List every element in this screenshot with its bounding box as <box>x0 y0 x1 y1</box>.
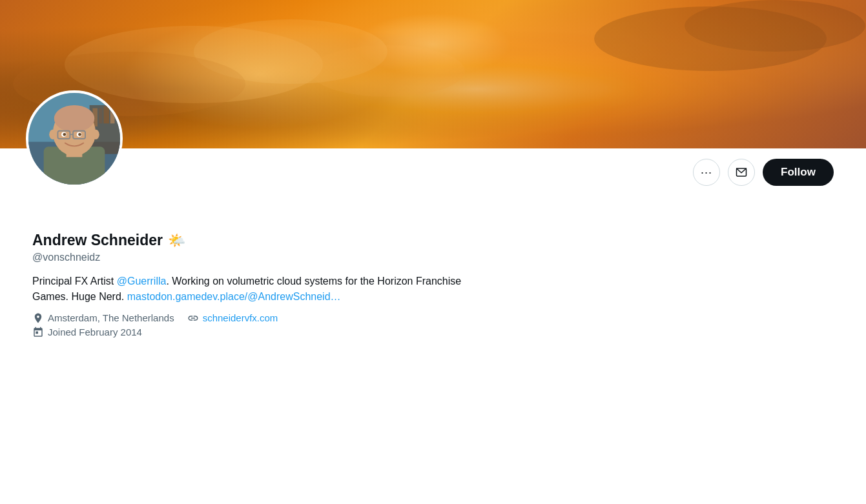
guerrilla-link[interactable]: @Guerrilla <box>117 276 167 287</box>
joined-item: Joined February 2014 <box>32 327 142 338</box>
meta-row-location-website: Amsterdam, The Netherlands schneidervfx.… <box>32 312 834 324</box>
avatar <box>26 90 123 187</box>
mastodon-link[interactable]: mastodon.gamedev.place/@AndrewSchneid… <box>127 291 341 302</box>
action-buttons: ··· Follow <box>26 148 840 186</box>
location-text: Amsterdam, The Netherlands <box>48 312 174 323</box>
follow-button[interactable]: Follow <box>763 159 834 186</box>
meta-info: Amsterdam, The Netherlands schneidervfx.… <box>32 312 834 338</box>
display-name: Andrew Schneider 🌤️ <box>32 231 834 250</box>
profile-info: Andrew Schneider 🌤️ @vonschneidz Princip… <box>26 231 840 338</box>
svg-point-26 <box>49 130 56 139</box>
name-emoji: 🌤️ <box>168 232 185 250</box>
website-link[interactable]: schneidervfx.com <box>203 312 278 323</box>
bio-text-before: Principal FX Artist <box>32 276 117 287</box>
message-button[interactable] <box>728 159 755 186</box>
avatar-image <box>28 93 120 185</box>
svg-point-25 <box>78 133 81 136</box>
svg-rect-13 <box>103 106 109 124</box>
calendar-icon <box>32 327 44 338</box>
profile-section: ··· Follow Andrew Schneider 🌤️ @vonschne… <box>0 148 866 351</box>
svg-point-5 <box>310 45 465 97</box>
meta-row-joined: Joined February 2014 <box>32 327 834 338</box>
profile-banner <box>0 0 866 148</box>
link-icon <box>187 312 199 324</box>
svg-point-7 <box>685 0 865 52</box>
location-icon <box>32 312 44 324</box>
website-item: schneidervfx.com <box>187 312 278 324</box>
username: @vonschneidz <box>32 252 834 263</box>
svg-point-24 <box>63 133 66 136</box>
svg-rect-12 <box>99 108 103 124</box>
display-name-text: Andrew Schneider <box>32 231 163 250</box>
banner-art <box>0 0 866 148</box>
svg-rect-14 <box>110 109 115 124</box>
message-icon <box>736 166 747 178</box>
svg-point-27 <box>92 130 99 139</box>
more-options-button[interactable]: ··· <box>693 159 720 186</box>
follow-button-label: Follow <box>781 166 816 179</box>
more-dots-icon: ··· <box>701 166 712 179</box>
svg-point-18 <box>54 105 94 132</box>
bio: Principal FX Artist @Guerrilla. Working … <box>32 274 484 305</box>
location-item: Amsterdam, The Netherlands <box>32 312 174 324</box>
joined-text: Joined February 2014 <box>48 327 142 338</box>
